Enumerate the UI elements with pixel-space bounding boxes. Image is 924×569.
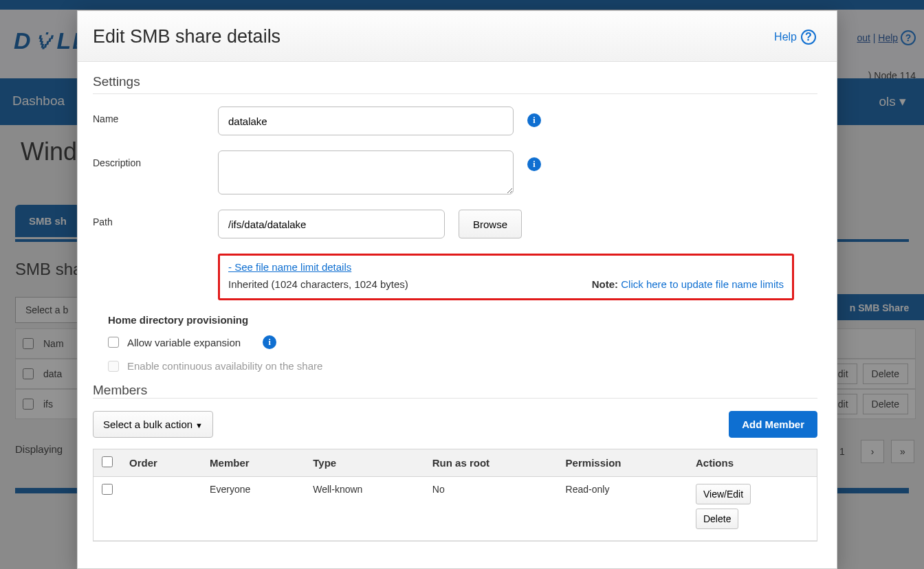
cell-order — [121, 477, 201, 541]
member-view-edit-button[interactable]: View/Edit — [696, 484, 751, 504]
th-order: Order — [121, 449, 201, 477]
enable-continuous-availability-checkbox — [108, 361, 119, 372]
cell-type: Well-known — [305, 477, 424, 541]
cell-permission: Read-only — [558, 477, 688, 541]
modal-header: Edit SMB share details Help ? — [78, 11, 837, 62]
members-toolbar: Select a bulk action▼ Add Member — [93, 411, 817, 438]
allow-variable-expansion-checkbox[interactable] — [108, 337, 119, 348]
cell-member: Everyone — [201, 477, 305, 541]
form-row-path: Path Browse — [93, 210, 817, 238]
file-name-limits-callout: - See file name limit details Inherited … — [218, 254, 794, 300]
modal-title: Edit SMB share details — [93, 26, 280, 47]
home-directory-heading: Home directory provisioning — [108, 314, 817, 326]
th-type: Type — [305, 449, 424, 477]
browse-button[interactable]: Browse — [459, 210, 522, 238]
form-row-description: Description i — [93, 150, 817, 194]
members-select-all-checkbox[interactable] — [102, 456, 113, 467]
description-input[interactable] — [218, 150, 514, 194]
allow-variable-expansion-label: Allow variable expansion — [127, 337, 241, 348]
member-row: Everyone Well-known No Read-only View/Ed… — [94, 477, 817, 541]
th-actions: Actions — [688, 449, 817, 477]
enable-continuous-availability-label: Enable continuous availability on the sh… — [127, 360, 322, 372]
cell-run-as-root: No — [424, 477, 558, 541]
divider — [93, 398, 817, 399]
description-label: Description — [93, 150, 204, 168]
member-delete-button[interactable]: Delete — [696, 509, 738, 529]
name-input[interactable] — [218, 107, 514, 135]
members-header-row: Order Member Type Run as root Permission… — [94, 449, 817, 477]
modal-help-link[interactable]: Help ? — [774, 30, 816, 45]
th-member: Member — [201, 449, 305, 477]
see-file-name-limits-link[interactable]: - See file name limit details — [228, 261, 351, 273]
name-label: Name — [93, 107, 204, 124]
cell-actions: View/Edit Delete — [688, 477, 817, 541]
path-label: Path — [93, 210, 204, 227]
inherited-limits-text: Inherited (1024 characters, 1024 bytes) — [228, 278, 408, 290]
info-icon[interactable]: i — [527, 113, 541, 127]
help-icon: ? — [801, 30, 816, 45]
modal-body: Settings Name i Description i Path Brows… — [78, 62, 837, 542]
chevron-down-icon: ▼ — [195, 421, 203, 429]
th-permission: Permission — [558, 449, 688, 477]
path-input[interactable] — [218, 210, 445, 238]
th-run-as-root: Run as root — [424, 449, 558, 477]
info-icon[interactable]: i — [527, 157, 541, 171]
settings-heading: Settings — [93, 74, 817, 89]
divider — [93, 93, 817, 94]
members-table: Order Member Type Run as root Permission… — [93, 449, 817, 542]
add-member-button[interactable]: Add Member — [729, 411, 817, 438]
update-file-name-limits-link[interactable]: Click here to update file name limits — [621, 278, 784, 290]
info-icon[interactable]: i — [263, 335, 276, 349]
note-label: Note: — [592, 278, 618, 290]
members-heading: Members — [93, 383, 817, 398]
member-row-checkbox[interactable] — [102, 484, 113, 495]
members-bulk-action-button[interactable]: Select a bulk action▼ — [93, 411, 213, 438]
edit-smb-share-modal: Edit SMB share details Help ? Settings N… — [77, 10, 837, 569]
form-row-name: Name i — [93, 107, 817, 135]
